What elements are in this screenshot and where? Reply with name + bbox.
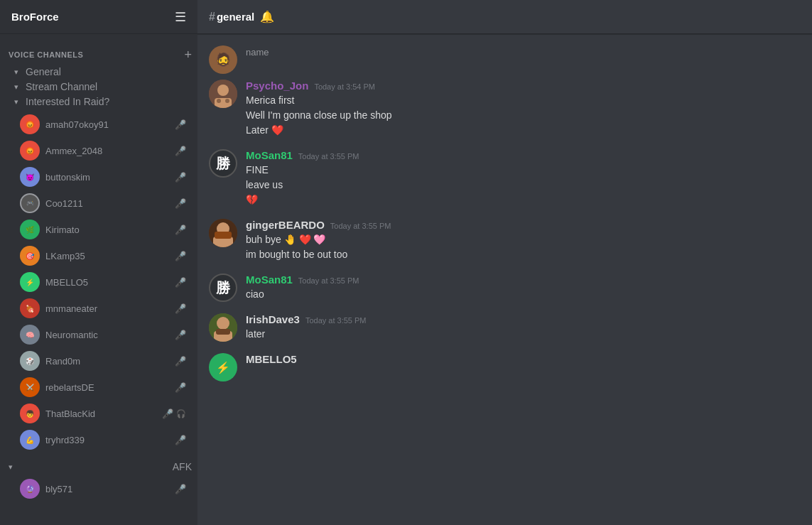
member-name: Kirimato (45, 224, 175, 235)
channel-item-raid[interactable]: ▾ Interested In Raid? (6, 94, 192, 109)
message-content: Merica first Well I'm gonna close up the… (246, 93, 801, 138)
member-item[interactable]: 🔮 bly571 🎤 (6, 476, 192, 502)
message: 勝 MoSan81 Today at 3:55 PM FINE leave us… (209, 149, 801, 207)
member-item[interactable]: 🧠 Neuromantic 🎤 (6, 322, 192, 347)
channel-item-stream[interactable]: ▾ Stream Channel (6, 80, 192, 94)
mic-icon: 🎤 (175, 382, 186, 393)
menu-icon[interactable]: ☰ (175, 9, 186, 25)
message-author: IrishDave3 (246, 313, 300, 325)
member-icons: 🎤 (175, 146, 186, 156)
member-name: rebelartsDE (45, 382, 175, 393)
message-header: Psycho_Jon Today at 3:54 PM (246, 80, 801, 92)
member-icons: 🎤 (175, 356, 186, 367)
member-name: ThatBlacKid (45, 408, 162, 419)
svg-point-3 (217, 99, 221, 103)
mic-icon: 🎤 (175, 172, 186, 183)
server-name: BroForce (11, 11, 59, 23)
message-line: Merica first (246, 93, 801, 108)
mic-icon: 🎤 (162, 408, 173, 419)
message-content: name (246, 45, 801, 60)
message-author: MBELLO5 (246, 353, 297, 365)
member-item[interactable]: 🌿 Kirimato 🎤 (6, 217, 192, 242)
message-header: IrishDave3 Today at 3:55 PM (246, 313, 801, 325)
message-line: ciao (246, 287, 801, 302)
avatar: 🌿 (20, 220, 40, 239)
afk-label: AFK (173, 461, 192, 472)
message-header: MoSan81 Today at 3:55 PM (246, 149, 801, 161)
member-icons: 🎤 🎧 (162, 408, 186, 419)
member-icons: 🎤 (175, 330, 186, 340)
message: 🧔 name (209, 45, 801, 74)
message-header: MoSan81 Today at 3:55 PM (246, 274, 801, 286)
voice-channels-label: VOICE CHANNELS (9, 50, 83, 59)
add-channel-button[interactable]: + (184, 48, 192, 61)
message: IrishDave3 Today at 3:55 PM later (209, 313, 801, 342)
svg-point-4 (225, 99, 229, 103)
voice-channels-header[interactable]: VOICE CHANNELS + (0, 45, 197, 64)
message-body: gingerBEARDO Today at 3:55 PM buh bye 🤚 … (246, 219, 801, 262)
channel-item-general[interactable]: ▾ General (6, 65, 192, 79)
server-header[interactable]: BroForce ☰ (0, 0, 197, 34)
message: 勝 MoSan81 Today at 3:55 PM ciao (209, 274, 801, 302)
member-icons: 🎤 (175, 198, 186, 209)
member-item[interactable]: 😈 buttonskim 🎤 (6, 164, 192, 190)
message-line: leave us (246, 178, 801, 193)
avatar: 勝 (209, 274, 237, 302)
message-line: buh bye 🤚 ❤️ 🩷 (246, 232, 801, 247)
message-content: buh bye 🤚 ❤️ 🩷 im bought to be out too (246, 232, 801, 262)
avatar: 🎯 (20, 246, 40, 266)
member-item[interactable]: ⚔️ rebelartsDE 🎤 (6, 374, 192, 400)
mic-icon: 🎤 (175, 251, 186, 261)
member-item[interactable]: 🍖 mnmaneater 🎤 (6, 296, 192, 321)
avatar (209, 80, 237, 108)
svg-point-1 (217, 85, 229, 96)
chevron-icon: ▾ (14, 97, 23, 107)
member-item[interactable]: 💪 tryhrd339 🎤 (6, 427, 192, 453)
svg-rect-12 (216, 329, 230, 335)
member-item[interactable]: 😡 amah07okoy91 🎤 (6, 112, 192, 137)
member-item[interactable]: 👦 ThatBlacKid 🎤 🎧 (6, 401, 192, 426)
bell-icon[interactable]: 🔔 (260, 10, 274, 23)
message-body: name (246, 45, 801, 74)
channel-header: # general 🔔 (197, 0, 812, 34)
channel-label-raid: Interested In Raid? (26, 96, 109, 107)
message-timestamp: Today at 3:55 PM (298, 152, 359, 161)
member-item[interactable]: ⚡ MBELLO5 🎤 (6, 269, 192, 295)
member-icons: 🎤 (175, 303, 186, 314)
avatar: 🍖 (20, 298, 40, 318)
mic-icon: 🎤 (175, 119, 186, 130)
message-timestamp: Today at 3:55 PM (298, 276, 359, 285)
channel-name: general (217, 11, 254, 23)
avatar: ⚡ (20, 272, 40, 292)
member-item[interactable]: 🎯 LKamp35 🎤 (6, 243, 192, 269)
member-item[interactable]: 🎲 Rand0m 🎤 (6, 348, 192, 374)
message-body: MoSan81 Today at 3:55 PM FINE leave us 💔 (246, 149, 801, 207)
main-content: # general 🔔 🧔 name (197, 0, 812, 525)
member-item[interactable]: 😡 Ammex_2048 🎤 (6, 138, 192, 163)
avatar: 👦 (20, 404, 40, 423)
avatar: 😈 (20, 167, 40, 187)
message-timestamp: Today at 3:55 PM (305, 316, 367, 325)
mic-icon: 🎤 (175, 224, 186, 235)
member-item[interactable]: 🎮 Coo1211 🎤 (6, 190, 192, 216)
message-timestamp: Today at 3:55 PM (330, 222, 391, 230)
messages-area: 🧔 name Psycho_Jon (197, 34, 812, 525)
mic-icon: 🎤 (175, 330, 186, 340)
message-body: MoSan81 Today at 3:55 PM ciao (246, 274, 801, 302)
member-name: mnmaneater (45, 303, 175, 314)
svg-rect-2 (215, 98, 232, 108)
hash-icon: # (209, 11, 215, 23)
message-content: FINE leave us 💔 (246, 163, 801, 207)
avatar: 勝 (209, 149, 237, 178)
mic-icon: 🎤 (175, 356, 186, 367)
mic-icon: 🎤 (175, 303, 186, 314)
sidebar: BroForce ☰ VOICE CHANNELS + ▾ General ▾ … (0, 0, 197, 525)
member-icons: 🎤 (175, 435, 186, 445)
member-icons: 🎤 (175, 277, 186, 288)
message-content: ciao (246, 287, 801, 302)
message-line: later (246, 327, 801, 342)
mic-icon: 🎤 (175, 435, 186, 445)
mic-icon: 🎤 (175, 198, 186, 209)
afk-header[interactable]: ▾ AFK (0, 458, 197, 475)
mic-icon: 🎤 (175, 484, 186, 494)
